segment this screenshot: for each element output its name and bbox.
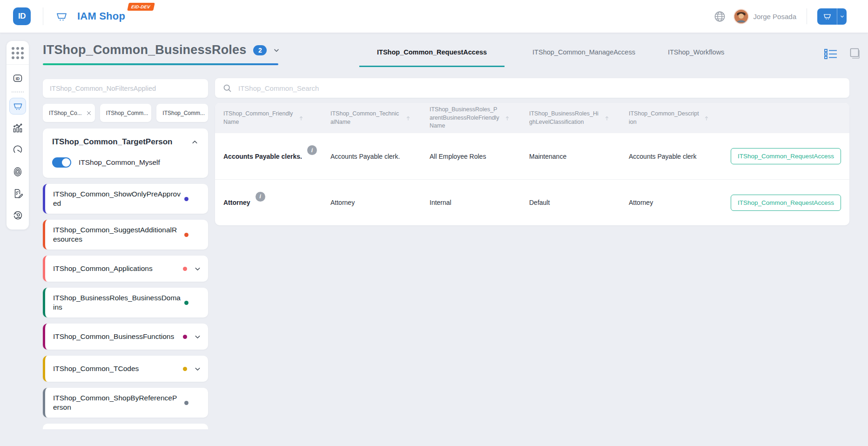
language-globe-icon[interactable] [713,10,726,23]
column-header-parent-business-role[interactable]: ITShop_BusinessRoles_ParentBusinessRoleF… [430,106,529,130]
sidebar-item-tasks[interactable] [9,185,26,202]
header-right: Jorge Posada [713,8,847,25]
filter-item-suggest-additional-resources[interactable]: ITShop_Common_SuggestAdditionalResources [43,220,208,250]
filter-item-applications[interactable]: ITShop_Common_Applications [43,256,208,282]
cell-description: Attorney [629,199,726,206]
cart-button[interactable] [817,8,837,25]
filter-chip[interactable]: ITShop_Comm... [100,104,152,122]
title-gradient-underline [43,63,278,65]
request-access-button[interactable]: ITShop_Common_RequestAccess [731,195,841,211]
shop-cart-icon [13,101,23,112]
cart-split-button [817,8,847,25]
cell-technical-name: Attorney [330,199,430,206]
chip-label: ITShop_Comm... [106,110,148,116]
sidebar-item-apps[interactable] [7,41,29,65]
sort-up-icon[interactable] [405,115,411,122]
sort-up-icon[interactable] [504,115,511,122]
title-chevron-down-icon[interactable] [273,47,280,54]
results-table: ITShop_Common_FriendlyName ITShop_Common… [215,103,849,225]
info-icon[interactable]: i [256,192,265,202]
search-icon [222,83,232,93]
sidebar-item-shop[interactable] [9,98,26,115]
table-row[interactable]: Attorney i Attorney Internal Default Att… [215,179,849,225]
filter-item-label: ITShop_Common_Applications [53,264,179,273]
myself-toggle-label: ITShop_Common_Myself [79,158,160,167]
header-left: ID IAM Shop EID-DEV [13,7,125,25]
cell-friendly-name: Attorney i [223,198,330,208]
filter-chip[interactable]: ITShop_Comm... [156,104,208,122]
results-region: ITShop_Common_FriendlyName ITShop_Common… [215,78,849,225]
user-avatar[interactable] [734,10,748,23]
request-access-button[interactable]: ITShop_Common_RequestAccess [731,148,841,164]
card-view-icon[interactable] [849,47,861,60]
column-header-technical-name[interactable]: ITShop_Common_TechnicalName [330,110,430,127]
user-name[interactable]: Jorge Posada [753,13,796,20]
target-person-title: ITShop_Common_TargetPerson [52,137,173,147]
cell-friendly-name: Accounts Payable clerks. i [223,151,330,161]
table-row[interactable]: Accounts Payable clerks. i Accounts Paya… [215,133,849,179]
chevron-down-icon[interactable] [194,365,202,373]
sidebar-divider [12,91,24,93]
task-edit-icon [12,188,23,199]
sidebar-item-id-wallet[interactable]: ID [9,70,26,87]
myself-toggle[interactable] [52,157,71,168]
filter-item-business-domains[interactable]: ITShop_BusinessRoles_BusinessDomains [43,288,208,318]
cell-description: Accounts Payable clerk [629,153,726,160]
cell-parent-role: All Employee Roles [430,153,529,160]
table-header-row: ITShop_Common_FriendlyName ITShop_Common… [215,103,849,133]
status-dot [184,401,188,405]
company-logo[interactable]: ID [13,7,31,25]
status-dot [184,197,188,201]
column-header-description[interactable]: ITShop_Common_Description [629,110,726,127]
impersonate-user-icon [12,210,23,221]
svg-text:ID: ID [16,76,20,81]
status-dot [184,233,188,237]
filter-item-business-functions[interactable]: ITShop_Common_BusinessFunctions [43,324,208,350]
sort-up-icon[interactable] [703,115,710,122]
filter-panel: ITShop_Co... ITShop_Comm... ITShop_Comm.… [43,79,208,429]
top-header: ID IAM Shop EID-DEV [0,0,868,33]
sidebar-item-fingerprint[interactable] [9,163,26,180]
cell-actions: ITShop_Common_RequestAccess [726,148,841,164]
column-header-high-level-classification[interactable]: ITShop_BusinessRoles_HighLevelClassifica… [529,110,629,127]
cell-actions: ITShop_Common_RequestAccess [726,195,841,211]
sidebar-item-impersonate[interactable] [9,207,26,224]
filter-chip[interactable]: ITShop_Co... [43,104,95,122]
status-dot [183,267,187,271]
chip-label: ITShop_Co... [49,110,82,116]
sidebar-item-analytics[interactable] [9,120,26,136]
icon-sidebar: ID [7,41,29,230]
page-title-block: ITShop_Common_BusinessRoles 2 [43,43,280,65]
page-title: ITShop_Common_BusinessRoles [43,43,246,57]
chevron-down-icon[interactable] [194,333,202,341]
search-input[interactable] [238,84,842,92]
cart-dropdown-button[interactable] [837,8,847,25]
filter-item-label: ITShop_Common_BusinessFunctions [53,332,179,341]
iam-shop-app: ID IAM Shop EID-DEV [0,0,868,446]
filter-item-tcodes[interactable]: ITShop_Common_TCodes [43,356,208,382]
brand: IAM Shop EID-DEV [77,10,125,22]
status-dot [184,301,188,305]
close-icon[interactable] [86,110,92,116]
filter-summary-input[interactable] [43,79,208,98]
tab-workflows[interactable]: ITShop_Workflows [663,45,729,67]
tab-manage-access[interactable]: ITShop_Common_ManageAccess [528,45,640,67]
filter-item-show-only-preapproved[interactable]: ITShop_Common_ShowOnlyPreApproved [43,184,208,214]
target-person-card: ITShop_Common_TargetPerson ITShop_Common… [43,128,208,178]
sidebar-item-gauge[interactable] [9,142,26,158]
info-icon[interactable]: i [307,145,317,155]
tab-request-access[interactable]: ITShop_Common_RequestAccess [359,45,505,67]
gauge-icon [12,144,23,155]
cell-classification: Maintenance [529,153,629,160]
list-view-icon[interactable] [824,48,838,60]
filter-item-label: ITShop_Common_ShopByReferencePerson [53,393,181,412]
cell-technical-name: Accounts Payable clerk. [330,153,430,160]
filter-item-shop-by-reference-person[interactable]: ITShop_Common_ShopByReferencePerson [43,388,208,418]
column-header-friendly-name[interactable]: ITShop_Common_FriendlyName [223,110,330,127]
sort-up-icon[interactable] [604,115,610,122]
sort-up-icon[interactable] [298,115,304,122]
chevron-down-icon[interactable] [194,265,202,273]
fingerprint-icon [12,166,23,177]
chevron-up-icon[interactable] [191,138,199,146]
header-divider [43,7,43,25]
